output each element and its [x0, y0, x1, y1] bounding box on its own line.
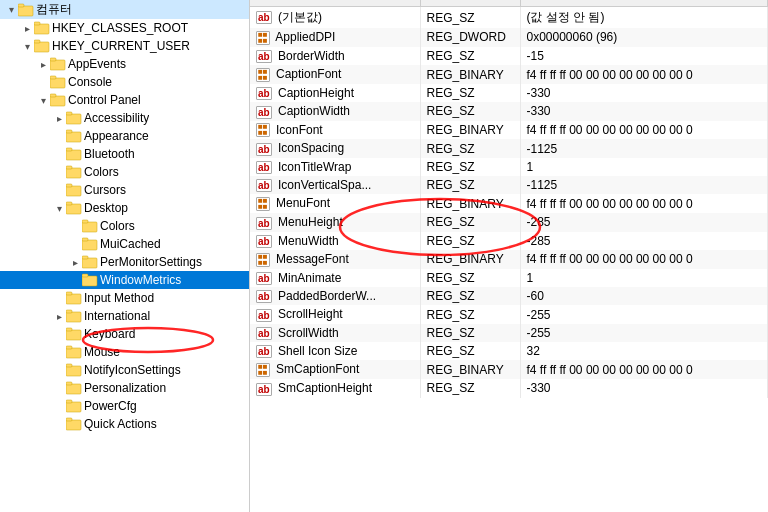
table-row[interactable]: ■■■■ AppliedDPIREG_DWORD0x00000060 (96): [250, 28, 768, 47]
svg-rect-20: [66, 186, 81, 196]
tree-item-computer[interactable]: 컴퓨터: [0, 0, 249, 19]
svg-rect-15: [66, 130, 72, 133]
table-row[interactable]: ab BorderWidthREG_SZ-15: [250, 47, 768, 65]
type-icon-ab: ab: [256, 143, 272, 156]
tree-item-control_panel[interactable]: Control Panel: [0, 91, 249, 109]
tree-item-colors[interactable]: Colors: [0, 163, 249, 181]
tree-item-appevents[interactable]: AppEvents: [0, 55, 249, 73]
table-row[interactable]: ab IconTitleWrapREG_SZ1: [250, 158, 768, 176]
table-row[interactable]: ab ScrollHeightREG_SZ-255: [250, 305, 768, 323]
svg-rect-3: [34, 22, 40, 25]
svg-rect-35: [66, 310, 72, 313]
cell-name: ab IconSpacing: [250, 139, 420, 157]
svg-rect-42: [66, 384, 81, 394]
table-row[interactable]: ■■■■ IconFontREG_BINARYf4 ff ff ff 00 00…: [250, 121, 768, 140]
table-row[interactable]: ab IconVerticalSpa...REG_SZ-1125: [250, 176, 768, 194]
chevron-console: [36, 75, 50, 89]
cell-type: REG_SZ: [420, 176, 520, 194]
tree-item-appearance[interactable]: Appearance: [0, 127, 249, 145]
cell-name: ab CaptionHeight: [250, 84, 420, 102]
tree-item-personalization[interactable]: Personalization: [0, 379, 249, 397]
table-row[interactable]: ab MenuHeightREG_SZ-285: [250, 213, 768, 231]
table-row[interactable]: ■■■■ CaptionFontREG_BINARYf4 ff ff ff 00…: [250, 65, 768, 84]
table-row[interactable]: ab PaddedBorderW...REG_SZ-60: [250, 287, 768, 305]
svg-rect-33: [66, 292, 72, 295]
tree-item-cursors[interactable]: Cursors: [0, 181, 249, 199]
tree-item-bluetooth[interactable]: Bluetooth: [0, 145, 249, 163]
folder-icon-notifyiconsettings: [66, 362, 82, 378]
chevron-keyboard: [52, 327, 66, 341]
folder-icon-quick_actions: [66, 416, 82, 432]
tree-label-colors: Colors: [84, 165, 119, 179]
table-row[interactable]: ab Shell Icon SizeREG_SZ32: [250, 342, 768, 360]
table-row[interactable]: ab IconSpacingREG_SZ-1125: [250, 139, 768, 157]
tree-item-hkey_classes_root[interactable]: HKEY_CLASSES_ROOT: [0, 19, 249, 37]
folder-icon-hkey_classes_root: [34, 20, 50, 36]
folder-icon-bluetooth: [66, 146, 82, 162]
tree-label-accessibility: Accessibility: [84, 111, 149, 125]
cell-type: REG_BINARY: [420, 250, 520, 269]
type-icon-binary: ■■■■: [256, 68, 270, 82]
table-row[interactable]: ab MinAnimateREG_SZ1: [250, 269, 768, 287]
tree-label-keyboard: Keyboard: [84, 327, 135, 341]
tree-item-international[interactable]: International: [0, 307, 249, 325]
cell-data: f4 ff ff ff 00 00 00 00 00 00 00 0: [520, 65, 768, 84]
tree-item-accessibility[interactable]: Accessibility: [0, 109, 249, 127]
tree-label-permonitorsettings: PerMonitorSettings: [100, 255, 202, 269]
table-row[interactable]: ■■■■ MessageFontREG_BINARYf4 ff ff ff 00…: [250, 250, 768, 269]
cell-data: -255: [520, 305, 768, 323]
tree-label-powercfg: PowerCfg: [84, 399, 137, 413]
table-row[interactable]: ab CaptionWidthREG_SZ-330: [250, 102, 768, 120]
svg-rect-41: [66, 364, 72, 367]
cell-type: REG_SZ: [420, 287, 520, 305]
svg-rect-12: [66, 114, 81, 124]
tree-item-windowmetrics[interactable]: WindowMetrics: [0, 271, 249, 289]
tree-item-mouse[interactable]: Mouse: [0, 343, 249, 361]
tree-label-computer: 컴퓨터: [36, 1, 72, 18]
tree-item-desktop[interactable]: Desktop: [0, 199, 249, 217]
registry-tree[interactable]: 컴퓨터 HKEY_CLASSES_ROOT HKEY_CURRENT_USER …: [0, 0, 250, 512]
svg-rect-28: [82, 258, 97, 268]
tree-item-hkey_current_user[interactable]: HKEY_CURRENT_USER: [0, 37, 249, 55]
table-row[interactable]: ab ScrollWidthREG_SZ-255: [250, 324, 768, 342]
tree-item-permonitorsettings[interactable]: PerMonitorSettings: [0, 253, 249, 271]
table-row[interactable]: ab CaptionHeightREG_SZ-330: [250, 84, 768, 102]
cell-type: REG_SZ: [420, 7, 520, 29]
tree-item-quick_actions[interactable]: Quick Actions: [0, 415, 249, 433]
table-row[interactable]: ab SmCaptionHeightREG_SZ-330: [250, 379, 768, 397]
tree-item-muicached[interactable]: MuiCached: [0, 235, 249, 253]
tree-item-console[interactable]: Console: [0, 73, 249, 91]
cell-name: ab IconVerticalSpa...: [250, 176, 420, 194]
cell-data: -285: [520, 232, 768, 250]
svg-rect-22: [66, 204, 81, 214]
svg-rect-31: [82, 274, 88, 277]
cell-name: ■■■■ CaptionFont: [250, 65, 420, 84]
table-row[interactable]: ■■■■ SmCaptionFontREG_BINARYf4 ff ff ff …: [250, 360, 768, 379]
cell-type: REG_SZ: [420, 342, 520, 360]
chevron-input_method: [52, 291, 66, 305]
tree-item-input_method[interactable]: Input Method: [0, 289, 249, 307]
tree-item-keyboard[interactable]: Keyboard: [0, 325, 249, 343]
cell-type: REG_SZ: [420, 158, 520, 176]
svg-rect-11: [50, 94, 56, 97]
table-row[interactable]: ■■■■ MenuFontREG_BINARYf4 ff ff ff 00 00…: [250, 194, 768, 213]
chevron-quick_actions: [52, 417, 66, 431]
svg-rect-26: [82, 240, 97, 250]
table-row[interactable]: ab MenuWidthREG_SZ-285: [250, 232, 768, 250]
table-row[interactable]: ab (기본값)REG_SZ(값 설정 안 됨): [250, 7, 768, 29]
type-icon-ab: ab: [256, 327, 272, 340]
svg-rect-10: [50, 96, 65, 106]
tree-item-notifyiconsettings[interactable]: NotifyIconSettings: [0, 361, 249, 379]
tree-item-desktop_colors[interactable]: Colors: [0, 217, 249, 235]
folder-icon-control_panel: [50, 92, 66, 108]
tree-item-powercfg[interactable]: PowerCfg: [0, 397, 249, 415]
chevron-colors: [52, 165, 66, 179]
svg-rect-25: [82, 220, 88, 223]
cell-data: 0x00000060 (96): [520, 28, 768, 47]
cell-name: ab CaptionWidth: [250, 102, 420, 120]
svg-rect-8: [50, 78, 65, 88]
svg-rect-37: [66, 328, 72, 331]
chevron-mouse: [52, 345, 66, 359]
chevron-powercfg: [52, 399, 66, 413]
cell-type: REG_BINARY: [420, 194, 520, 213]
